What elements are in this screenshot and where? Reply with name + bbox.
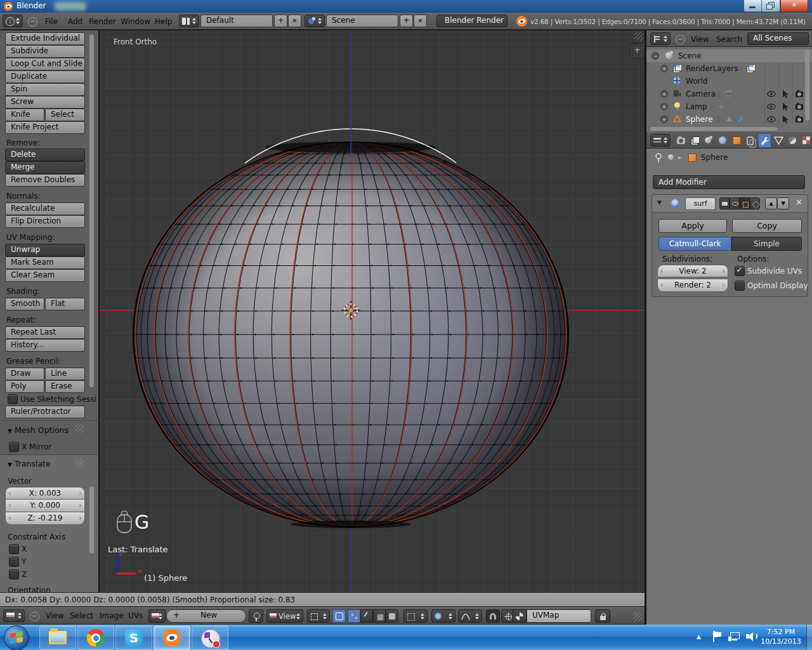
scene-delete-button[interactable]: ✕ [414,15,427,27]
selectability-cursor-icon[interactable] [782,102,789,111]
panel-grip[interactable] [75,424,84,433]
sphere-mesh[interactable] [100,30,645,592]
loop-cut-button[interactable]: Loop Cut and Slide [5,58,85,70]
uv-menu-uvs[interactable]: UVs [128,611,143,620]
mod-move-up-button[interactable]: ▲ [765,197,777,209]
mod-view-toggle[interactable] [730,197,740,209]
outliner-row-renderlayers[interactable]: + RenderLayers | [646,62,812,75]
knife-project-button[interactable]: Knife Project [5,121,85,134]
catmull-clark-button[interactable]: Catmull-Clark [658,237,731,251]
gp-draw-button[interactable]: Draw [5,368,44,380]
taskbar-item-blender[interactable] [154,626,190,650]
select-button[interactable]: Select [45,109,85,121]
outliner-row-world[interactable]: World [646,75,812,88]
outliner-row-scene[interactable]: − Scene [646,50,812,62]
expand-icon[interactable]: + [660,65,668,72]
mod-delete-button[interactable]: ✕ [796,197,802,207]
constraint-z-checkbox[interactable] [9,569,19,580]
outliner-vscrollbar[interactable] [805,50,809,121]
selectability-cursor-icon[interactable] [782,115,789,124]
properties-type-button[interactable] [650,134,671,147]
delete-dropdown[interactable]: Delete [5,149,85,161]
pin-icon[interactable] [654,153,663,163]
subdivide-uvs-checkbox[interactable] [735,266,745,276]
tab-object-data[interactable] [772,133,785,148]
recalculate-button[interactable]: Recalculate [5,202,85,215]
all-scenes-dropdown[interactable]: All Scenes [747,32,809,45]
gp-line-button[interactable]: Line [45,368,85,380]
visibility-eye-icon[interactable] [767,103,776,110]
operator-panel-scrollbar[interactable] [89,486,94,554]
flat-button[interactable]: Flat [45,298,85,310]
remove-doubles-button[interactable]: Remove Doubles [5,174,85,187]
outliner-row-lamp[interactable]: + Lamp | [646,100,812,113]
network-icon[interactable] [728,632,740,642]
editor-type-button[interactable]: i [3,15,23,27]
select-mode-edge[interactable] [360,609,373,623]
expand-icon[interactable]: + [660,116,668,123]
uv-editor-type-button[interactable] [3,609,25,622]
menu-window[interactable]: Window [121,17,150,26]
action-center-icon[interactable] [713,631,722,642]
optimal-display-checkbox[interactable] [735,281,745,291]
visibility-eye-icon[interactable] [767,116,776,123]
screen-layout-icon-button[interactable] [179,15,199,27]
constraint-y-checkbox[interactable] [9,557,19,567]
menu-render[interactable]: Render [89,17,116,26]
outliner-item-label[interactable]: Camera [686,90,716,98]
add-modifier-dropdown[interactable]: Add Modifier [653,175,805,189]
pin-button[interactable] [249,609,263,623]
expand-icon[interactable]: + [660,103,668,110]
smooth-button[interactable]: Smooth [5,298,44,310]
outliner-item-label[interactable]: RenderLayers [686,64,738,73]
panel-grip[interactable] [75,458,84,467]
outliner-type-button[interactable] [650,32,671,45]
merge-dropdown[interactable]: Merge [5,161,85,174]
screen-layout-delete-button[interactable]: ✕ [288,15,301,27]
translate-z-field[interactable]: Z: -0.219 [5,512,85,525]
mod-render-toggle[interactable] [719,197,730,209]
tab-constraints[interactable] [744,133,757,148]
start-button[interactable] [4,625,29,650]
taskbar-item-recorder[interactable] [192,626,228,650]
outliner-menu-view[interactable]: View [691,35,709,44]
mod-edit-toggle[interactable] [740,197,750,209]
viewport-3d[interactable]: Front Ortho + G Last: Translate z x (1) … [100,30,645,592]
select-mode-island[interactable] [386,609,398,623]
simple-button[interactable]: Simple [731,237,802,251]
falloff-dropdown[interactable] [458,609,482,623]
sticky-select-dropdown[interactable] [403,609,428,623]
uvmap-field[interactable]: UVMap [527,609,591,623]
outliner-menu-search[interactable]: Search [716,35,742,44]
proportional-edit-dropdown[interactable] [431,609,455,623]
extrude-individual-button[interactable]: Extrude Individual [5,32,85,45]
menu-help[interactable]: Help [155,17,172,26]
outliner-row-camera[interactable]: + Camera | [646,88,812,100]
viewport-corner-grip[interactable] [634,32,643,41]
knife-button[interactable]: Knife [5,109,44,121]
uv-view-dropdown[interactable]: View [266,609,303,623]
mark-seam-button[interactable]: Mark Seam [5,256,85,269]
outliner-item-label[interactable]: Lamp [686,102,707,111]
outliner-item-label[interactable]: Sphere [686,115,712,124]
translate-y-field[interactable]: Y: 0.000 [5,500,85,512]
outliner-hscrollbar[interactable] [650,127,777,131]
flip-direction-button[interactable]: Flip Direction [5,215,85,228]
tab-render-layers[interactable] [688,133,702,148]
gp-poly-button[interactable]: Poly [5,380,44,393]
scene-icon-button[interactable] [304,15,325,27]
lock-button[interactable] [595,609,610,623]
outliner-item-label[interactable]: Scene [678,51,702,60]
apply-button[interactable]: Apply [658,219,727,233]
x-mirror-checkbox[interactable] [9,442,19,452]
sketching-checkbox[interactable] [8,394,18,404]
expand-icon[interactable]: + [660,90,668,98]
select-mode-vertex[interactable] [348,609,360,623]
duplicate-button[interactable]: Duplicate [5,70,85,83]
tray-expand-icon[interactable]: ▲ [697,633,701,640]
scene-field[interactable]: Scene [326,15,398,27]
scene-add-button[interactable]: + [400,15,413,27]
screen-layout-field[interactable]: Default [200,15,273,27]
menu-file[interactable]: File [45,17,58,26]
render-camera-icon[interactable] [795,115,804,123]
